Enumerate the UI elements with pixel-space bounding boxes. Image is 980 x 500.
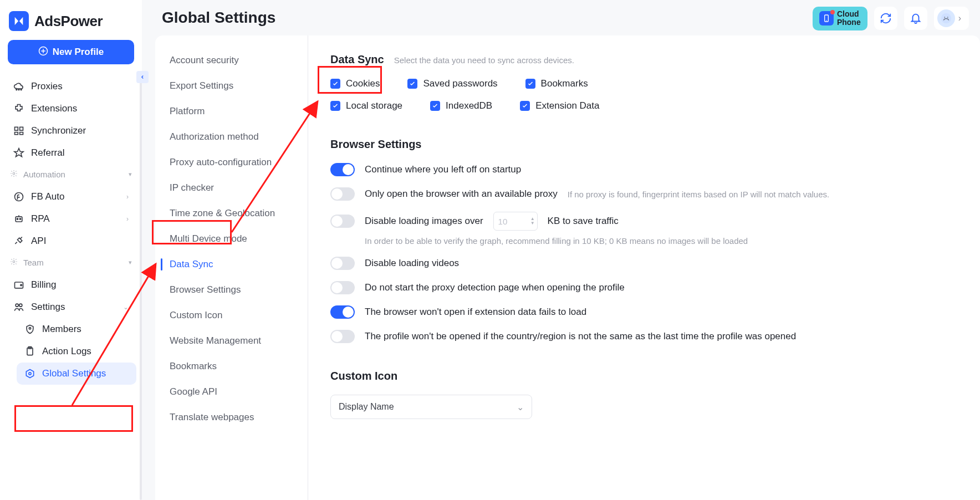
svg-point-13	[13, 261, 15, 263]
main-content: Data Sync Select the data you need to sy…	[308, 35, 980, 500]
setting-subnote: In order to be able to verify the graph,…	[365, 236, 958, 246]
chevron-down-icon: ▾	[129, 171, 132, 178]
subnav-item[interactable]: IP checker	[161, 176, 302, 200]
input-placeholder: 10	[498, 217, 508, 226]
cloud-icon	[13, 81, 24, 92]
nav-referral[interactable]: Referral	[6, 142, 136, 164]
data-sync-checkbox[interactable]: Bookmarks	[525, 78, 588, 89]
toggle[interactable]	[330, 163, 355, 176]
subnav-item[interactable]: Custom Icon	[161, 304, 302, 327]
toggle[interactable]	[330, 215, 355, 228]
subnav-item[interactable]: Translate webpages	[161, 406, 302, 429]
toggle[interactable]	[330, 330, 355, 343]
new-profile-label: New Profile	[53, 47, 104, 58]
nav-label: Proxies	[31, 81, 63, 92]
toggle[interactable]	[330, 257, 355, 270]
custom-icon-select[interactable]: Display Name ⌄	[330, 395, 532, 419]
nav-billing[interactable]: Billing	[6, 274, 136, 296]
subnav-item[interactable]: Google API	[161, 380, 302, 404]
svg-point-2	[18, 89, 19, 90]
subnav-item[interactable]: Authorization method	[161, 125, 302, 149]
toggle[interactable]	[330, 281, 355, 294]
avatar-icon	[937, 9, 955, 27]
svg-point-17	[19, 304, 22, 307]
nav-group-team[interactable]: Team ▾	[6, 252, 136, 271]
chevron-right-icon: ›	[126, 215, 129, 223]
subnav-item[interactable]: Export Settings	[161, 74, 302, 98]
nav-members[interactable]: Members	[17, 318, 136, 340]
logo[interactable]: AdsPower	[6, 7, 136, 40]
nav-settings[interactable]: Settings ⌄	[6, 296, 136, 318]
svg-point-18	[29, 328, 30, 329]
setting-row: Do not start the proxy detection page wh…	[330, 281, 958, 294]
setting-row: The browser won't open if extension data…	[330, 305, 958, 319]
svg-point-1	[16, 89, 17, 90]
chevron-right-icon: ›	[958, 13, 961, 23]
plug-icon	[13, 236, 24, 247]
subnav-item[interactable]: Browser Settings	[161, 278, 302, 302]
section-data-sync: Data Sync Select the data you need to sy…	[330, 53, 958, 111]
subnav-item[interactable]: Time zone & Geolocation	[161, 202, 302, 225]
checkbox-label: Cookies	[346, 78, 380, 89]
nav-team: Billing Settings ⌄ Members Action Logs G…	[6, 274, 136, 385]
cloud-phone-icon	[819, 11, 834, 25]
toggle[interactable]	[330, 305, 355, 319]
data-sync-checkbox[interactable]: IndexedDB	[430, 100, 492, 111]
wallet-icon	[13, 279, 24, 290]
toggle[interactable]	[330, 187, 355, 201]
plus-icon	[38, 46, 48, 59]
checkbox-label: IndexedDB	[446, 100, 492, 111]
subnav-item[interactable]: Proxy auto-configuration	[161, 151, 302, 174]
svg-point-11	[17, 218, 18, 220]
data-sync-checkbox[interactable]: Saved passwords	[407, 78, 497, 89]
subnav-item[interactable]: Data Sync	[161, 253, 302, 276]
nav-group-automation[interactable]: Automation ▾	[6, 164, 136, 182]
nav-label: Global Settings	[42, 368, 106, 379]
nav-group-label: Team	[23, 258, 44, 267]
section-title: Browser Settings	[330, 138, 421, 151]
nav-settings-sub: Members Action Logs Global Settings	[6, 318, 136, 385]
settings-subnav: Account securityExport SettingsPlatformA…	[155, 35, 308, 500]
nav-extensions[interactable]: Extensions	[6, 98, 136, 120]
data-sync-checkbox[interactable]: Local storage	[330, 100, 402, 111]
page-title: Global Settings	[162, 9, 275, 27]
nav-proxies[interactable]: Proxies	[6, 75, 136, 98]
account-menu-button[interactable]: ›	[934, 7, 969, 30]
nav-api[interactable]: API	[6, 230, 136, 252]
chevron-right-icon: ›	[126, 193, 129, 201]
subnav-item[interactable]: Bookmarks	[161, 355, 302, 378]
refresh-button[interactable]	[874, 7, 897, 30]
svg-point-3	[21, 89, 22, 90]
cloud-phone-button[interactable]: Cloud Phone	[813, 7, 867, 30]
kb-input[interactable]: 10▲▼	[493, 212, 538, 231]
checkbox-label: Saved passwords	[423, 78, 497, 89]
nav-label: Referral	[31, 147, 64, 159]
checkbox-icon	[330, 101, 340, 111]
sync-icon	[13, 125, 24, 136]
nav-label: Synchronizer	[31, 125, 86, 136]
star-icon	[13, 147, 24, 159]
data-sync-checkbox[interactable]: Cookies	[330, 78, 380, 89]
subnav-item[interactable]: Website Management	[161, 329, 302, 353]
nav-synchronizer[interactable]: Synchronizer	[6, 120, 136, 142]
notifications-button[interactable]	[904, 7, 927, 30]
subnav-item[interactable]: Platform	[161, 100, 302, 123]
logo-text: AdsPower	[34, 13, 103, 30]
svg-point-8	[13, 172, 15, 175]
subnav-item[interactable]: Account security	[161, 49, 302, 72]
checkbox-icon	[525, 79, 535, 89]
new-profile-button[interactable]: New Profile	[8, 40, 134, 64]
checkbox-icon	[520, 101, 530, 111]
data-sync-checkbox[interactable]: Extension Data	[520, 100, 599, 111]
subnav-item[interactable]: Multi Device mode	[161, 227, 302, 251]
stepper-icon: ▲▼	[530, 217, 535, 226]
nav-label: FB Auto	[31, 191, 64, 202]
nav-fb-auto[interactable]: FB Auto ›	[6, 186, 136, 208]
nav-global-settings[interactable]: Global Settings	[17, 363, 136, 385]
section-title: Custom Icon	[330, 370, 397, 382]
nav-action-logs[interactable]: Action Logs	[17, 340, 136, 363]
sidebar: AdsPower New Profile Proxies Extensions …	[0, 0, 142, 500]
collapse-sidebar-button[interactable]	[136, 71, 149, 83]
nav-rpa[interactable]: RPA ›	[6, 208, 136, 230]
setting-label: Disable loading images over	[365, 216, 483, 227]
